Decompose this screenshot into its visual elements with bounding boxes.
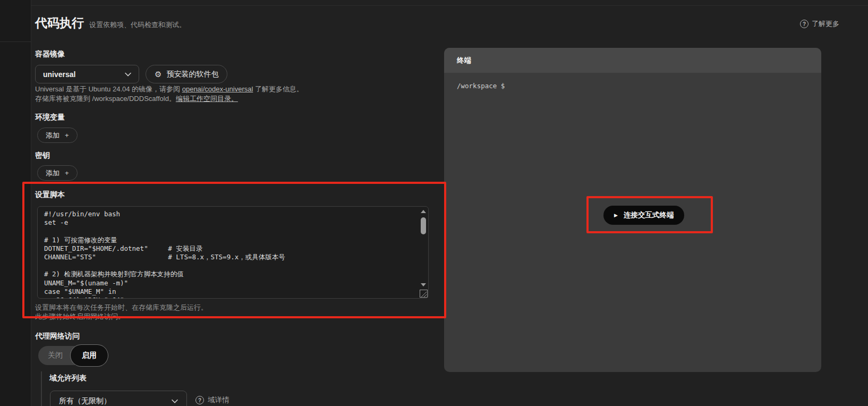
page-subtitle: 设置依赖项、代码检查和测试。 bbox=[89, 20, 186, 30]
scrollbar-thumb[interactable] bbox=[421, 217, 426, 234]
domain-details-label: 域详情 bbox=[208, 395, 229, 405]
chevron-down-icon bbox=[172, 399, 178, 403]
chevron-down-icon bbox=[125, 72, 131, 77]
divider bbox=[0, 41, 31, 42]
connect-interactive-terminal-button[interactable]: ▶ 连接交互式终端 bbox=[603, 206, 684, 225]
learn-more-link[interactable]: ? 了解更多 bbox=[800, 19, 839, 29]
toggle-off-option[interactable]: 关闭 bbox=[38, 346, 72, 365]
add-env-var-button[interactable]: 添加 + bbox=[37, 128, 78, 143]
divider bbox=[41, 371, 42, 406]
plus-icon: + bbox=[65, 169, 69, 177]
description-text: 了解更多信息。 bbox=[253, 85, 303, 93]
setup-script-caption-1: 设置脚本将在每次任务开始时、在存储库克隆之后运行。 bbox=[35, 303, 208, 312]
proxy-access-label: 代理网络访问 bbox=[35, 332, 80, 341]
codex-universal-link[interactable]: openai/codex-universal bbox=[182, 85, 253, 93]
editor-scrollbar[interactable] bbox=[420, 208, 427, 289]
play-icon: ▶ bbox=[614, 213, 618, 218]
divider bbox=[31, 5, 868, 6]
env-vars-label: 环境变量 bbox=[35, 113, 65, 122]
terminal-prompt: /workspace $ bbox=[457, 82, 505, 90]
page-left-gutter bbox=[0, 0, 31, 406]
plus-icon: + bbox=[65, 131, 69, 139]
scrollbar-up-arrow-icon[interactable] bbox=[421, 210, 426, 213]
domain-allowlist-select[interactable]: 所有（无限制） bbox=[50, 391, 187, 406]
setup-script-label: 设置脚本 bbox=[35, 190, 65, 200]
connect-terminal-label: 连接交互式终端 bbox=[624, 210, 674, 220]
add-env-var-label: 添加 bbox=[46, 131, 59, 140]
gear-icon: ⚙ bbox=[155, 70, 161, 78]
learn-more-label: 了解更多 bbox=[812, 19, 839, 29]
page-header: 代码执行 设置依赖项、代码检查和测试。 bbox=[35, 15, 186, 31]
help-circle-icon: ? bbox=[800, 20, 809, 28]
add-secret-label: 添加 bbox=[46, 168, 59, 178]
description-text: 存储库将被克隆到 /workspace/DDDScaffold。 bbox=[35, 95, 176, 103]
code-execution-settings-page: 代码执行 设置依赖项、代码检查和测试。 ? 了解更多 容器镜像 universa… bbox=[0, 0, 868, 406]
description-line-2: 存储库将被克隆到 /workspace/DDDScaffold。编辑工作空间目录… bbox=[35, 94, 303, 104]
proxy-access-toggle[interactable]: 关闭 启用 bbox=[38, 346, 107, 365]
terminal-panel: 终端 /workspace $ ▶ 连接交互式终端 bbox=[444, 48, 821, 372]
domain-details-link[interactable]: ? 域详情 bbox=[195, 395, 229, 405]
preinstalled-packages-label: 预安装的软件包 bbox=[166, 70, 218, 79]
description-line-1: Universal 是基于 Ubuntu 24.04 的镜像，请参阅 opena… bbox=[35, 84, 303, 94]
resize-grip-icon[interactable] bbox=[420, 290, 428, 298]
container-image-label: 容器镜像 bbox=[35, 49, 65, 59]
terminal-header: 终端 bbox=[444, 48, 821, 73]
setup-script-code: #!/usr/bin/env bash set -e # 1) 可按需修改的变量… bbox=[38, 207, 428, 299]
domain-allowlist-selected-value: 所有（无限制） bbox=[59, 396, 111, 406]
container-image-controls: universal ⚙ 预安装的软件包 bbox=[35, 65, 227, 83]
container-image-selected-value: universal bbox=[43, 70, 75, 79]
setup-script-caption-2: 此步骤将始终启用网络访问。 bbox=[35, 312, 125, 321]
container-image-select[interactable]: universal bbox=[35, 65, 139, 83]
toggle-on-option[interactable]: 启用 bbox=[71, 345, 108, 366]
setup-script-editor[interactable]: #!/usr/bin/env bash set -e # 1) 可按需修改的变量… bbox=[37, 206, 429, 299]
page-title: 代码执行 bbox=[35, 15, 84, 31]
terminal-title: 终端 bbox=[457, 56, 471, 65]
container-image-description: Universal 是基于 Ubuntu 24.04 的镜像，请参阅 opena… bbox=[35, 84, 303, 104]
domain-allowlist-label: 域允许列表 bbox=[49, 374, 87, 383]
add-secret-button[interactable]: 添加 + bbox=[37, 165, 78, 181]
help-circle-icon: ? bbox=[195, 396, 204, 404]
resize-grip-lines bbox=[420, 291, 427, 298]
scrollbar-down-arrow-icon[interactable] bbox=[421, 283, 426, 286]
preinstalled-packages-button[interactable]: ⚙ 预安装的软件包 bbox=[146, 65, 227, 83]
secrets-label: 密钥 bbox=[35, 151, 50, 160]
description-text: Universal 是基于 Ubuntu 24.04 的镜像，请参阅 bbox=[35, 85, 182, 93]
edit-workspace-dir-link[interactable]: 编辑工作空间目录。 bbox=[176, 95, 238, 103]
